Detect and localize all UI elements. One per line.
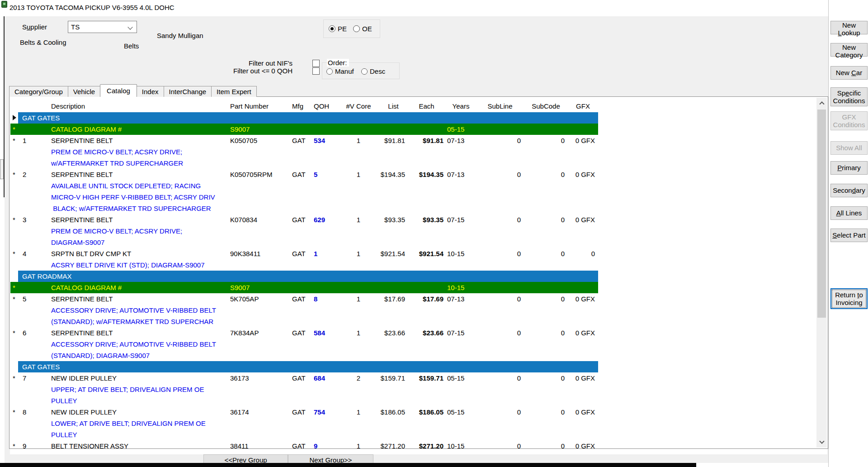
detail-text: PULLEY	[45, 429, 228, 440]
filter-qoh-label: Filter out <= 0 QOH	[206, 67, 292, 75]
years-cell: 07-13	[446, 293, 476, 305]
detail-text: w/AFTERMARKET TRD SUPERCHARGER	[45, 157, 228, 169]
header-cell-description: Description	[45, 100, 228, 112]
description-cell: SERPENTINE BELT	[45, 214, 228, 225]
oe-radio[interactable]	[353, 25, 360, 32]
filter-qoh-checkbox[interactable]	[312, 67, 320, 75]
part-detail-row[interactable]: ACCESSORY DRIVE; AUTOMOTIVE V-RIBBED BEL…	[10, 338, 598, 350]
scroll-thumb[interactable]	[817, 110, 826, 318]
part-detail-row[interactable]: MICRO-V HIGH PERF V-RIBBED BELT; ACSRY D…	[10, 191, 598, 203]
subline-cell: 0	[476, 214, 524, 225]
tab-catalog[interactable]: Catalog	[100, 84, 137, 97]
qoh-cell: 5	[311, 169, 338, 180]
group-band-row[interactable]: GAT ROADMAX	[10, 271, 598, 282]
detail-text: UPPER; AT DRIVE BELT; DRIVEALIGN PREM OE	[45, 384, 228, 395]
part-detail-row[interactable]: PULLEY	[10, 395, 598, 406]
part-line-number-cell: 4	[18, 248, 45, 259]
specific-conditions-button[interactable]: Specific Conditions	[830, 87, 868, 106]
mfg-cell: GAT	[290, 293, 311, 305]
tab-index[interactable]: Index	[137, 86, 164, 97]
new-category-button[interactable]: New Category	[830, 43, 868, 57]
filter-nif-checkbox[interactable]	[312, 60, 320, 67]
new-car-button[interactable]: New Car	[830, 66, 868, 80]
gfx-conditions-button[interactable]: GFX Conditions	[830, 111, 868, 130]
part-detail-row[interactable]: AVAILABLE UNTIL STOCK DEPLETED; RACING	[10, 180, 598, 191]
subline-cell: 0	[476, 372, 524, 384]
filter-nif-label: Filter out NIF's	[206, 59, 292, 67]
core-cell: 1	[338, 214, 379, 225]
gfx-cell: 0 GFX	[568, 440, 598, 449]
show-all-button[interactable]: Show All	[830, 141, 868, 155]
diagram-row[interactable]: *CATALOG DIAGRAM #S900705-15	[10, 124, 598, 135]
core-cell: 1	[338, 293, 379, 305]
part-row[interactable]: *3SERPENTINE BELTK070834GAT6291$93.35$93…	[10, 214, 598, 225]
mfg-cell: GAT	[290, 406, 311, 418]
part-detail-row[interactable]: LOWER; AT DRIVE BELT; DRIVEALIGN PREM OE	[10, 418, 598, 429]
part-detail-row[interactable]: PREM OE MICRO-V BELT; ACSRY DRIVE;	[10, 225, 598, 237]
part-row[interactable]: *1SERPENTINE BELTK050705GAT5341$91.81$91…	[10, 135, 598, 146]
part-number-cell: K050705	[228, 135, 290, 146]
order-desc-radio[interactable]	[361, 68, 368, 75]
part-row[interactable]: *5SERPENTINE BELT5K705APGAT81$17.69$17.6…	[10, 293, 598, 305]
part-number-cell: 5K705AP	[228, 293, 290, 305]
all-lines-button[interactable]: All Lines	[830, 206, 868, 220]
tab-vehicle[interactable]: Vehicle	[68, 86, 100, 97]
group-band-row[interactable]: GAT GATES	[10, 112, 598, 124]
part-line-number-cell: 8	[18, 406, 45, 418]
description-cell: SERPENTINE BELT	[45, 135, 228, 146]
return-to-invoicing-button[interactable]: Return to Invoicing	[830, 288, 868, 309]
pe-radio[interactable]	[329, 25, 335, 32]
primary-button[interactable]: Primary	[830, 161, 868, 175]
group-band-row[interactable]: GAT GATES	[10, 361, 598, 372]
part-row[interactable]: *2SERPENTINE BELTK050705RPMGAT51$194.35$…	[10, 169, 598, 180]
supplier-combobox[interactable]: TS	[68, 21, 137, 33]
part-detail-row[interactable]: w/AFTERMARKET TRD SUPERCHARGER	[10, 157, 598, 169]
detail-text: (STANDARD); w/AFTERMARKET TRD SUPERCHAR	[45, 316, 228, 327]
scroll-down-button[interactable]	[816, 438, 827, 448]
part-star-cell: *	[10, 293, 18, 305]
list-price-cell: $91.81	[379, 135, 407, 146]
part-detail-row[interactable]: BLACK; w/AFTERMARKET TRD SUPERCHARGER	[10, 203, 598, 214]
header-cell-mfg: Mfg	[290, 100, 311, 112]
row-gutter-cell	[10, 271, 18, 282]
mfg-cell: GAT	[290, 327, 311, 338]
part-detail-row[interactable]: (STANDARD); w/AFTERMARKET TRD SUPERCHAR	[10, 316, 598, 327]
part-row[interactable]: *8NEW IDLER PULLEY36174GAT7541$186.05$18…	[10, 406, 598, 418]
parts-grid-header: DescriptionPart NumberMfgQOH#V CoreListE…	[10, 100, 598, 112]
part-row[interactable]: *4SRPTN BLT DRV CMP KT90K38411GAT11$921.…	[10, 248, 598, 259]
supplier-label: Supplier	[22, 23, 47, 31]
part-detail-row[interactable]: ACSRY BELT DRIVE KIT (STD); DIAGRAM-S900…	[10, 259, 598, 271]
diagram-row[interactable]: *CATALOG DIAGRAM #S900710-15	[10, 282, 598, 293]
vertical-scrollbar[interactable]	[816, 98, 827, 448]
part-row[interactable]: *9BELT TENSIONER ASSY38411GAT91$271.20$2…	[10, 440, 598, 449]
part-detail-row[interactable]: DIAGRAM-S9007	[10, 237, 598, 248]
tab-category-group[interactable]: Category/Group	[9, 86, 68, 97]
part-number-cell: 36174	[228, 406, 290, 418]
scroll-up-icon	[819, 101, 824, 106]
gfx-cell: 0 GFX	[568, 372, 598, 384]
part-detail-row[interactable]: PREM OE MICRO-V BELT; ACSRY DRIVE;	[10, 146, 598, 157]
part-row[interactable]: *6SERPENTINE BELT7K834APGAT5841$23.66$23…	[10, 327, 598, 338]
diagram-star-cell: *	[10, 282, 18, 293]
list-price-cell: $93.35	[379, 214, 407, 225]
years-cell: 07-13	[446, 135, 476, 146]
list-price-cell: $186.05	[379, 406, 407, 418]
part-detail-row[interactable]: (STANDARD); DIAGRAM-S9007	[10, 350, 598, 361]
side-strip: New LookupNew CategoryNew CarSpecific Co…	[828, 0, 868, 467]
gfx-cell: 0 GFX	[568, 293, 598, 305]
tab-interchange[interactable]: InterChange	[164, 86, 212, 97]
new-lookup-button[interactable]: New Lookup	[830, 21, 868, 34]
order-manuf-radio[interactable]	[326, 68, 333, 75]
part-star-cell: *	[10, 372, 18, 384]
part-row[interactable]: *7NEW IDLER PULLEY36173GAT6842$159.71$15…	[10, 372, 598, 384]
part-detail-row[interactable]: ACCESSORY DRIVE; AUTOMOTIVE V-RIBBED BEL…	[10, 305, 598, 316]
part-detail-row[interactable]: UPPER; AT DRIVE BELT; DRIVEALIGN PREM OE	[10, 384, 598, 395]
select-part-button[interactable]: Select Part	[830, 229, 868, 242]
scroll-up-button[interactable]	[816, 98, 827, 108]
part-detail-row[interactable]: PULLEY	[10, 429, 598, 440]
tab-item-expert[interactable]: Item Expert	[211, 86, 257, 97]
mfg-cell: GAT	[290, 372, 311, 384]
subcode-cell: 0	[524, 248, 568, 259]
subcode-cell: 0	[524, 293, 568, 305]
secondary-button[interactable]: Secondary	[830, 184, 868, 197]
